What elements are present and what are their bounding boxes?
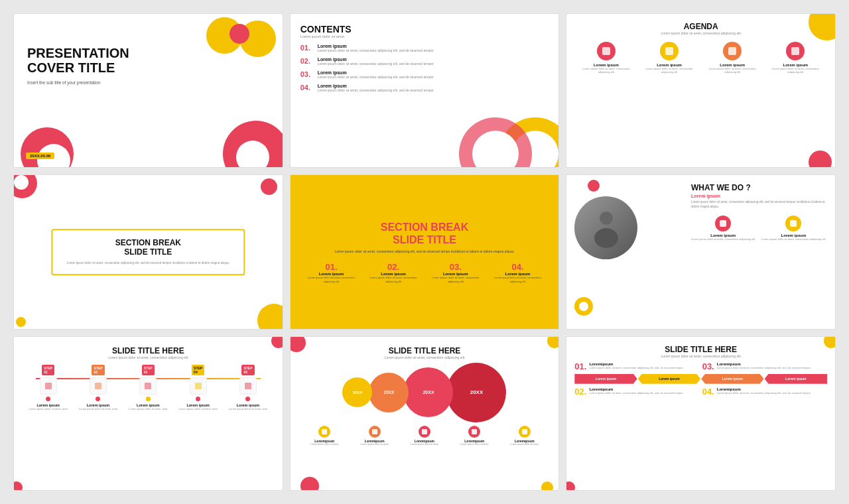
step-icon-3: [139, 377, 157, 395]
photo-section: [574, 183, 686, 320]
agenda-item-desc-3: Lorem ipsum dolor sit amet, consectetur …: [704, 67, 760, 74]
agenda-title: AGENDA: [574, 22, 827, 31]
agenda-item-4: Lorem ipsum Lorem ipsum dolor sit amet, …: [768, 42, 824, 74]
item-title-2: Lorem ipsum: [318, 57, 434, 62]
agenda-item-1: Lorem ipsum Lorem ipsum dolor sit amet, …: [578, 42, 634, 74]
svg-rect-6: [245, 383, 251, 389]
step-dot-3: [146, 397, 151, 401]
content-item-4: 04. Lorem ipsum Lorem ipsum dolor sit am…: [300, 84, 549, 93]
item-desc-2: Lorem ipsum dolor sit amet, consectetur …: [318, 62, 434, 66]
svg-point-1: [594, 228, 618, 248]
num-desc-3: Lorem ipsum dolor sit amet, consectetur …: [428, 276, 483, 283]
svg-point-0: [600, 212, 613, 225]
step-dot-4: [196, 397, 200, 401]
contents-subtitle: Lorem ipsum dolor sit amet: [300, 34, 549, 38]
tl-item-4: 04. Loremipsum Lorem ipsum dolor sit ame…: [702, 387, 827, 396]
icon-circle-1: [715, 216, 731, 231]
arrows-subtitle: Lorem ipsum dolor sit amet, consectetur …: [574, 354, 827, 358]
arrow-piece-2: Lorem ipsum: [638, 374, 700, 384]
timeline-grid-bottom: 02. Loremipsum Lorem ipsum dolor sit ame…: [574, 387, 827, 396]
circle-4: 20XX: [446, 363, 506, 422]
agenda-item-desc-1: Lorem ipsum dolor sit amet, consectetur …: [578, 67, 634, 74]
deco-bl-red: [13, 481, 23, 491]
step-1: STEP01 Lorem ipsum Lorem ipsum dolor sit…: [26, 365, 71, 410]
tl-desc-1: Lorem ipsum dolor sit amet, consectetur …: [589, 366, 683, 369]
agenda-subtitle: Lorem ipsum dolor sit amet, consectetur …: [574, 31, 827, 35]
item-num-2: 02.: [300, 57, 314, 66]
item-title-4: Lorem ipsum: [318, 84, 434, 88]
step-icon-1: [40, 377, 57, 395]
deco-agenda-bottom: [809, 151, 832, 168]
step-dot-2: [96, 397, 100, 401]
circle-icon-desc-1: Lorem ipsum dolor sit amet: [302, 443, 347, 446]
section-break-title-yellow: SECTION BREAKSLIDE TITLE: [381, 221, 468, 246]
cover-date: 20XX.00.00: [26, 153, 54, 159]
circles-title: SLIDE TITLE HERE: [300, 346, 550, 355]
tl-desc-4: Lorem ipsum dolor sit amet, consectetur …: [717, 391, 811, 395]
steps-title: SLIDE TITLE HERE: [23, 346, 273, 355]
slide-section-break-white: SECTION BREAKSLIDE TITLE Lorem ipsum dol…: [13, 174, 283, 329]
icon-desc-1: Lorem ipsum dolor sit amet, consectetur …: [691, 237, 755, 241]
slide-what-we-do: WHAT WE DO ? Lorem ipsum Lorem ipsum dol…: [566, 174, 836, 329]
item-num-3: 03.: [300, 70, 314, 80]
num-desc-1: Lorem ipsum dolor sit amet, consectetur …: [304, 276, 358, 283]
step-4: STEP04 Lorem ipsum Lorem ipsum dolor sit…: [176, 365, 221, 410]
item-num-1: 01.: [300, 44, 314, 53]
tl-desc-2: Lorem ipsum dolor sit amet, consectetur …: [717, 366, 811, 369]
content-item-2: 02. Lorem ipsum Lorem ipsum dolor sit am…: [300, 57, 549, 66]
tl-item-3: 02. Loremipsum Lorem ipsum dolor sit ame…: [574, 387, 699, 396]
slide-cover: COMPANY NAME PRESENTATIONCOVER TITLE Ins…: [13, 13, 283, 168]
deco-white-inner: [579, 302, 588, 311]
circle-icon-dot-5: [519, 426, 531, 438]
section-break-desc-white: Lorem ipsum dolor sit amet, consectetur …: [61, 261, 235, 266]
step-desc-1: Lorem ipsum dolor sit amet, ariet: [29, 407, 68, 410]
arrow-bar: Lorem ipsum Lorem ipsum Lorem ipsum Lore…: [574, 374, 827, 384]
circle-icon-4: Loremipsum Lorem ipsum dolor sit amet: [452, 426, 497, 446]
what-title: WHAT WE DO ?: [691, 183, 827, 192]
step-icon-2: [90, 377, 107, 395]
what-subtitle: Lorem ipsum: [691, 194, 827, 198]
contents-items: 01. Lorem ipsum Lorem ipsum dolor sit am…: [300, 44, 549, 93]
arrow-piece-4: Lorem ipsum: [765, 374, 827, 384]
svg-rect-5: [195, 383, 202, 389]
circle-icon-1: Loremipsum Lorem ipsum dolor sit amet: [302, 426, 347, 446]
step-icon-5: [239, 377, 257, 395]
step-badge-2: STEP02: [92, 365, 104, 375]
circle-icon-desc-5: Lorem ipsum dolor sit amet: [502, 443, 547, 446]
arrow-piece-3: Lorem ipsum: [701, 374, 763, 384]
circle-icon-dot-1: [318, 426, 330, 438]
content-item-1: 01. Lorem ipsum Lorem ipsum dolor sit am…: [300, 44, 549, 53]
svg-rect-2: [45, 383, 52, 389]
tl-num-2: 03.: [702, 362, 714, 371]
svg-rect-3: [95, 383, 101, 389]
tl-num-1: 01.: [574, 362, 586, 371]
what-icon-2: Lorem ipsum Lorem ipsum dolor sit amet, …: [761, 216, 825, 241]
num-label-1: 01.: [304, 262, 358, 272]
circle-1: 20XX: [342, 377, 372, 407]
circle-2: 20XX: [369, 373, 409, 412]
slide-section-break-yellow: SECTION BREAKSLIDE TITLE Lorem ipsum dol…: [290, 174, 560, 329]
what-desc: Lorem ipsum dolor sit amet, consectetur …: [691, 200, 827, 209]
step-dot-5: [245, 397, 250, 401]
circle-icon-desc-4: Lorem ipsum dolor sit amet: [452, 443, 497, 446]
step-badge-1: STEP01: [42, 365, 54, 375]
circle-icon-dot-3: [419, 426, 430, 438]
agenda-item-desc-2: Lorem ipsum dolor sit amet, consectetur …: [641, 67, 697, 74]
num-label-4: 04.: [490, 262, 545, 272]
steps-subtitle: Lorem ipsum dolor sit amet, consectetur …: [23, 355, 273, 359]
tl-desc-3: Lorem ipsum dolor sit amet, consectetur …: [589, 391, 683, 395]
step-3: STEP03 Lorem ipsum Lorem ipsum dolor sit…: [125, 365, 170, 410]
step-desc-3: Lorem ipsum dolor sit amet, ariet: [129, 407, 167, 410]
circles-row: 20XX 20XX 20XX 20XX: [300, 363, 550, 422]
item-num-4: 04.: [300, 84, 314, 93]
step-badge-4: STEP04: [192, 365, 204, 375]
steps-container: STEP01 Lorem ipsum Lorem ipsum dolor sit…: [23, 365, 273, 410]
step-desc-2: Lorem ipsum dolor sit amet, ariet: [79, 407, 117, 410]
content-item-3: 03. Lorem ipsum Lorem ipsum dolor sit am…: [300, 70, 549, 80]
step-5: STEP05 Lorem ipsum Lorem ipsum dolor sit…: [226, 365, 271, 410]
num-desc-2: Lorem ipsum dolor sit amet, consectetur …: [366, 276, 421, 283]
item-desc-1: Lorem ipsum dolor sit amet, consectetur …: [318, 48, 434, 53]
deco-tr-red: [261, 178, 277, 195]
agenda-item-3: Lorem ipsum Lorem ipsum dolor sit amet, …: [704, 42, 760, 74]
circle-icon-5: Loremipsum Lorem ipsum dolor sit amet: [502, 426, 547, 446]
